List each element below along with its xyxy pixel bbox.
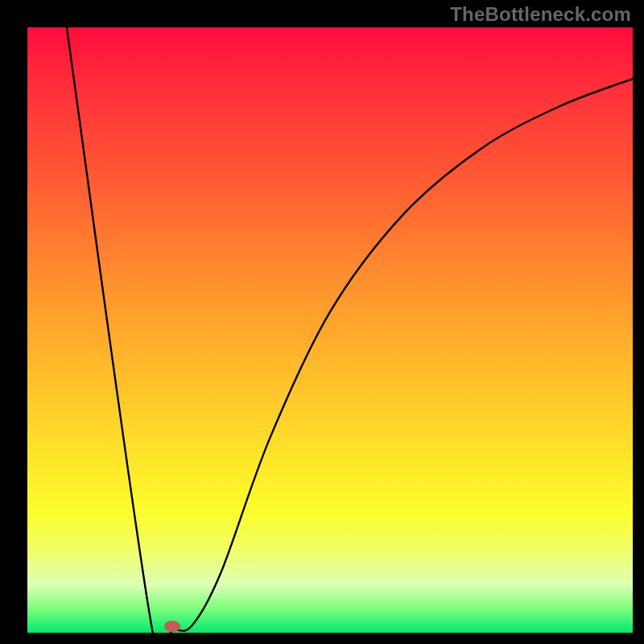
watermark-text: TheBottleneck.com [450,3,631,26]
datapoint-marker [164,621,180,632]
bottleneck-curve [27,27,633,633]
chart-frame: TheBottleneck.com [0,0,644,644]
plot-area [27,27,633,633]
